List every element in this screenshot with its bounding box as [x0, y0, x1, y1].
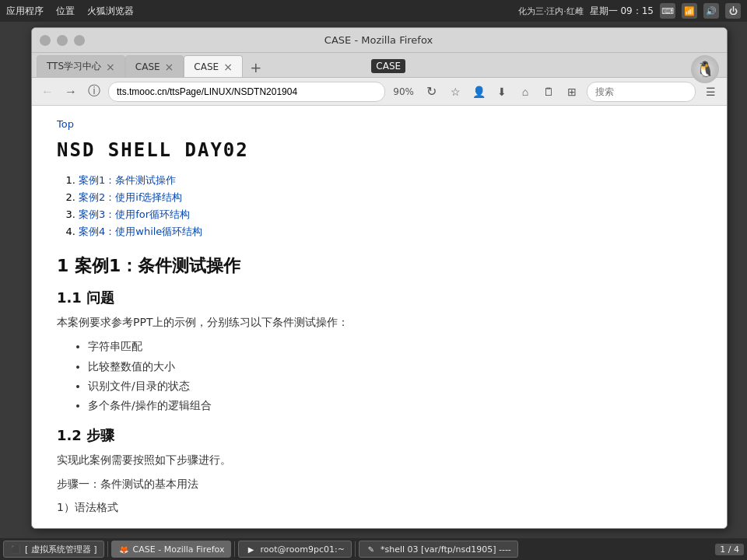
section-1-1-title: 1.1 问题	[57, 289, 702, 307]
identity-button[interactable]: 👤	[468, 82, 489, 102]
section-1-title: 1 案例1：条件测试操作	[57, 254, 702, 278]
container-button[interactable]: ⊞	[562, 82, 582, 102]
steps-intro: 实现此案例需要按照如下步骤进行。	[57, 451, 702, 468]
new-tab-button[interactable]: +	[246, 58, 266, 75]
info-button[interactable]: ⓘ	[85, 82, 103, 101]
tabs-bar: TTS学习中心 × CASE × CASE × CASE +	[32, 53, 727, 78]
problem-text: 本案例要求参考PPT上的示例，分别练习以下条件测试操作：	[57, 313, 702, 331]
browser-window: CASE - Mozilla Firefox 🐧 TTS学习中心 × CASE …	[31, 27, 728, 529]
tab-case-2-close[interactable]: ×	[223, 61, 233, 72]
menu-button[interactable]: ☰	[700, 82, 721, 102]
close-button[interactable]	[74, 35, 85, 46]
app-menu[interactable]: 应用程序	[6, 5, 44, 18]
terminal-icon: ▶	[245, 544, 256, 555]
back-button[interactable]: ←	[38, 82, 57, 101]
minimize-button[interactable]	[40, 35, 51, 46]
title-bar-controls	[40, 35, 85, 46]
tab-case-2-label: CASE	[194, 61, 219, 72]
bullet-list: 字符串匹配 比较整数值的大小 识别文件/目录的状态 多个条件/操作的逻辑组合	[57, 337, 702, 415]
taskbar-terminal-label: root@room9pc01:~	[260, 544, 344, 555]
toc-list: 案例1：条件测试操作 案例2：使用if选择结构 案例3：使用for循环结构 案例…	[57, 173, 702, 239]
toc-link-3[interactable]: 案例3：使用for循环结构	[79, 208, 190, 220]
network-icon[interactable]: 📶	[682, 3, 697, 19]
step1-label: 步骤一：条件测试的基本用法	[57, 475, 702, 492]
tab-case-1[interactable]: CASE ×	[125, 55, 184, 77]
system-bar: 应用程序 位置 火狐浏览器 化为三·汪内·红雌 星期一 09：15 ⌨ 📶 🔊 …	[0, 0, 747, 22]
address-bar: ← → ⓘ 90% ↻ ☆ 👤 ⬇ ⌂ 🗒 ⊞ ☰	[32, 78, 727, 106]
search-input[interactable]	[587, 82, 696, 102]
power-icon[interactable]: ⏻	[725, 3, 741, 19]
toc-item-1: 案例1：条件测试操作	[79, 173, 702, 187]
bullet-item-1: 字符串匹配	[88, 337, 702, 356]
toc-link-1[interactable]: 案例1：条件测试操作	[79, 174, 176, 186]
bullet-item-2: 比较整数值的大小	[88, 357, 702, 376]
tab-case-1-close[interactable]: ×	[165, 61, 174, 72]
top-link[interactable]: Top	[57, 118, 702, 130]
section-1-2-title: 1.2 步骤	[57, 426, 702, 445]
taskbar: ⬛ [ 虚拟系统管理器 ] 🦊 CASE - Mozilla Firefox ▶…	[0, 538, 747, 560]
taskbar-sep-1	[107, 541, 108, 557]
editor-icon: ✎	[366, 544, 377, 555]
vm-icon: ⬛	[10, 544, 21, 555]
taskbar-sep-3	[355, 541, 356, 557]
tab-tts-label: TTS学习中心	[47, 60, 101, 73]
title-bar: CASE - Mozilla Firefox 🐧	[32, 28, 727, 53]
location-menu[interactable]: 位置	[56, 5, 75, 18]
toc-link-4[interactable]: 案例4：使用while循环结构	[79, 226, 202, 237]
download-button[interactable]: ⬇	[492, 82, 512, 102]
page-main-title: NSD SHELL DAY02	[57, 139, 702, 161]
maximize-button[interactable]	[57, 35, 68, 46]
avatar: 🐧	[691, 55, 719, 83]
page-indicator: 1 / 4	[715, 544, 744, 555]
system-bar-right: 化为三·汪内·红雌 星期一 09：15 ⌨ 📶 🔊 ⏻	[518, 3, 741, 19]
toolbar-icons: ☆ 👤 ⬇ ⌂ 🗒 ⊞	[445, 82, 582, 102]
taskbar-editor-label: *shell 03 [var/ftp/nsd1905] ----	[381, 544, 511, 555]
time-display: 星期一 09：15	[590, 5, 654, 18]
taskbar-sep-2	[234, 541, 235, 557]
taskbar-item-terminal[interactable]: ▶ root@room9pc01:~	[238, 541, 351, 558]
forward-button[interactable]: →	[61, 82, 80, 101]
page-content: Top NSD SHELL DAY02 案例1：条件测试操作 案例2：使用if选…	[32, 106, 727, 528]
tab-case-1-label: CASE	[135, 61, 160, 72]
toc-link-2[interactable]: 案例2：使用if选择结构	[79, 191, 182, 203]
step1-sub: 1）语法格式	[57, 499, 702, 516]
taskbar-vm-label: [ 虚拟系统管理器 ]	[25, 544, 97, 555]
reload-button[interactable]: ↻	[422, 82, 440, 101]
home-button[interactable]: ⌂	[515, 82, 535, 102]
taskbar-item-firefox[interactable]: 🦊 CASE - Mozilla Firefox	[111, 541, 232, 558]
zoom-level: 90%	[390, 86, 417, 97]
chinese-text: 化为三·汪内·红雌	[518, 5, 584, 17]
taskbar-firefox-label: CASE - Mozilla Firefox	[133, 544, 225, 555]
bullet-item-4: 多个条件/操作的逻辑组合	[88, 396, 702, 415]
tab-tts[interactable]: TTS学习中心 ×	[37, 55, 125, 77]
volume-icon[interactable]: 🔊	[703, 3, 719, 19]
bookmark-star-button[interactable]: ☆	[445, 82, 465, 102]
pocket-button[interactable]: 🗒	[538, 82, 559, 102]
browser-menu[interactable]: 火狐浏览器	[87, 5, 134, 18]
taskbar-right: 1 / 4	[715, 544, 744, 555]
window-title: CASE - Mozilla Firefox	[85, 34, 672, 46]
system-bar-left: 应用程序 位置 火狐浏览器	[6, 5, 134, 18]
tab-case-2[interactable]: CASE × CASE	[184, 55, 243, 77]
taskbar-item-editor[interactable]: ✎ *shell 03 [var/ftp/nsd1905] ----	[359, 541, 518, 558]
bullet-item-3: 识别文件/目录的状态	[88, 376, 702, 396]
toc-item-3: 案例3：使用for循环结构	[79, 208, 702, 222]
toc-item-4: 案例4：使用while循环结构	[79, 225, 702, 239]
toc-item-2: 案例2：使用if选择结构	[79, 191, 702, 205]
address-input[interactable]	[108, 82, 385, 102]
tab-tooltip: CASE	[371, 59, 405, 73]
tab-tts-close[interactable]: ×	[106, 61, 115, 72]
taskbar-item-vm[interactable]: ⬛ [ 虚拟系统管理器 ]	[3, 541, 104, 558]
keyboard-icon[interactable]: ⌨	[660, 3, 675, 19]
firefox-icon: 🦊	[118, 544, 129, 555]
